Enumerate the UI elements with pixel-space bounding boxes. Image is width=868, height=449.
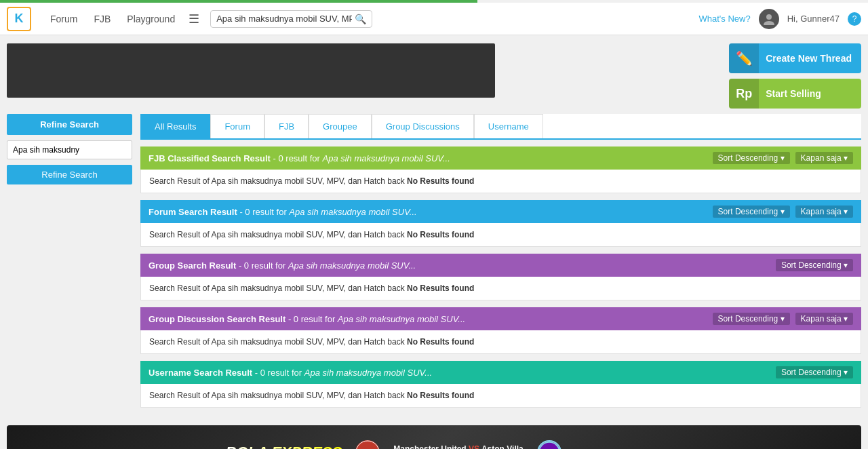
username-result-controls: Sort Descending ▾ <box>776 366 853 378</box>
tab-groupee[interactable]: Groupee <box>309 114 372 138</box>
match-info: Manchester United VS Aston Villa 4 April… <box>393 444 523 450</box>
start-selling-button[interactable]: Rp Start Selling <box>729 79 861 109</box>
forum-result-controls: Sort Descending ▾ Kapan saja ▾ <box>713 206 853 218</box>
forum-sort-button[interactable]: Sort Descending ▾ <box>713 206 790 218</box>
results-area: All Results Forum FJB Groupee Group Disc… <box>140 114 861 414</box>
fjb-result-controls: Sort Descending ▾ Kapan saja ▾ <box>713 152 853 164</box>
group-discussion-result-block: Group Discussion Search Result - 0 resul… <box>140 307 861 354</box>
username-result-body: Search Result of Apa sih maksudnya mobil… <box>140 384 861 408</box>
hero-banner <box>7 43 495 98</box>
group-discussion-sort-button[interactable]: Sort Descending ▾ <box>713 313 790 325</box>
group-result-block: Group Search Result - 0 result for Apa s… <box>140 254 861 300</box>
help-icon[interactable]: ? <box>848 12 861 26</box>
forum-result-title: Forum Search Result - 0 result for Apa s… <box>149 207 417 217</box>
navbar-right: What's New? Hi, Gunner47 ? <box>699 9 862 29</box>
svg-point-1 <box>356 441 379 449</box>
pencil-icon: ✏️ <box>729 43 759 73</box>
avatar <box>759 9 779 29</box>
rupiah-icon: Rp <box>729 79 759 109</box>
bola-express-logo: BOLA EXPRESS <box>226 444 342 449</box>
nav-fjb[interactable]: FJB <box>94 14 111 24</box>
search-input[interactable] <box>216 14 352 24</box>
group-discussion-result-title: Group Discussion Search Result - 0 resul… <box>149 314 465 324</box>
forum-result-body: Search Result of Apa sih maksudnya mobil… <box>140 223 861 247</box>
tab-group-discussions[interactable]: Group Discussions <box>372 114 474 138</box>
group-result-header: Group Search Result - 0 result for Apa s… <box>140 254 861 277</box>
fjb-result-title: FJB Classified Search Result - 0 result … <box>149 153 450 163</box>
sidebar: Refine Search Refine Search <box>7 114 132 414</box>
fjb-sort-button[interactable]: Sort Descending ▾ <box>713 152 790 164</box>
group-discussion-result-controls: Sort Descending ▾ Kapan saja ▾ <box>713 313 853 325</box>
hero-area: ✏️ Create New Thread Rp Start Selling <box>0 35 868 114</box>
search-tabs: All Results Forum FJB Groupee Group Disc… <box>140 114 861 140</box>
nav-forum[interactable]: Forum <box>50 14 77 24</box>
avatar-icon <box>762 12 776 26</box>
group-sort-button[interactable]: Sort Descending ▾ <box>776 259 853 271</box>
group-result-title: Group Search Result - 0 result for Apa s… <box>149 260 416 271</box>
search-box: 🔍 <box>210 10 372 28</box>
tab-username[interactable]: Username <box>474 114 543 138</box>
group-discussion-result-header: Group Discussion Search Result - 0 resul… <box>140 307 861 330</box>
aston-villa-logo: AVFC <box>537 440 561 449</box>
man-utd-logo: MUFC <box>355 440 380 449</box>
main-content: Refine Search Refine Search All Results … <box>0 114 868 414</box>
group-result-controls: Sort Descending ▾ <box>776 259 853 271</box>
svg-point-0 <box>766 14 772 20</box>
create-thread-button[interactable]: ✏️ Create New Thread <box>729 43 861 73</box>
fjb-result-header: FJB Classified Search Result - 0 result … <box>140 147 861 170</box>
match-teams: Manchester United VS Aston Villa <box>393 444 523 450</box>
footer-banner-inner: BOLA EXPRESS MUFC Manchester United VS A… <box>7 425 861 449</box>
svg-point-3 <box>539 442 559 449</box>
navbar: K Forum FJB Playground ☰ 🔍 What's New? H… <box>0 3 868 35</box>
nav-playground[interactable]: Playground <box>127 14 175 24</box>
username-sort-button[interactable]: Sort Descending ▾ <box>776 366 853 378</box>
username-label: Hi, Gunner47 <box>787 14 840 24</box>
footer-banner: BOLA EXPRESS MUFC Manchester United VS A… <box>7 425 861 449</box>
username-result-header: Username Search Result - 0 result for Ap… <box>140 361 861 384</box>
group-discussion-result-body: Search Result of Apa sih maksudnya mobil… <box>140 330 861 354</box>
forum-result-block: Forum Search Result - 0 result for Apa s… <box>140 200 861 247</box>
whats-new-link[interactable]: What's New? <box>699 14 751 24</box>
username-result-title: Username Search Result - 0 result for Ap… <box>149 368 432 378</box>
forum-time-button[interactable]: Kapan saja ▾ <box>795 206 853 218</box>
group-result-body: Search Result of Apa sih maksudnya mobil… <box>140 277 861 300</box>
tab-forum[interactable]: Forum <box>210 114 264 138</box>
refine-search-header-button[interactable]: Refine Search <box>7 114 132 135</box>
hero-buttons: ✏️ Create New Thread Rp Start Selling <box>729 43 861 109</box>
sidebar-search-input[interactable] <box>7 140 132 159</box>
fjb-time-button[interactable]: Kapan saja ▾ <box>795 152 853 164</box>
tab-all-results[interactable]: All Results <box>140 114 210 138</box>
fjb-result-body: Search Result of Apa sih maksudnya mobil… <box>140 170 861 193</box>
forum-result-header: Forum Search Result - 0 result for Apa s… <box>140 200 861 223</box>
tab-fjb[interactable]: FJB <box>264 114 309 138</box>
fjb-result-block: FJB Classified Search Result - 0 result … <box>140 147 861 193</box>
hamburger-icon[interactable]: ☰ <box>189 12 199 26</box>
sidebar-refine-button[interactable]: Refine Search <box>7 165 132 184</box>
search-icon[interactable]: 🔍 <box>355 14 366 24</box>
logo[interactable]: K <box>7 7 31 31</box>
username-result-block: Username Search Result - 0 result for Ap… <box>140 361 861 408</box>
group-discussion-time-button[interactable]: Kapan saja ▾ <box>795 313 853 325</box>
